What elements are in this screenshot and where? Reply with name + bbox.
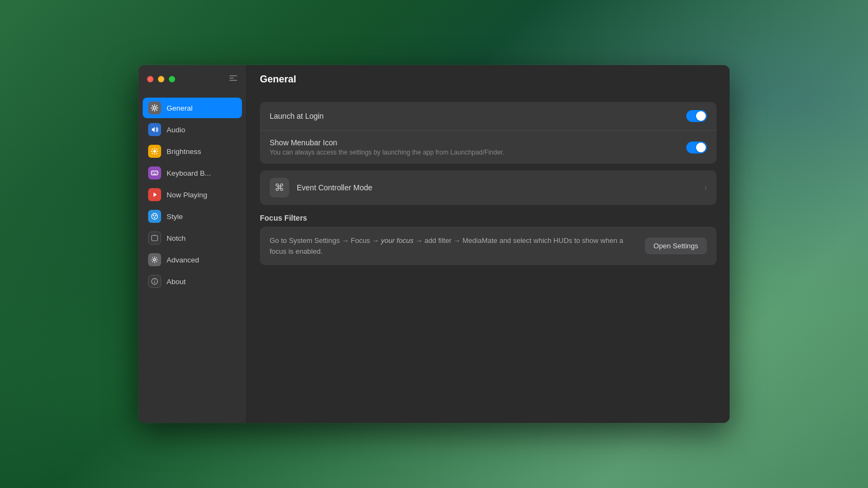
keyboard-icon [148, 166, 161, 179]
svg-point-12 [155, 215, 156, 216]
minimize-button[interactable] [158, 76, 164, 82]
traffic-lights [147, 76, 175, 82]
launch-at-login-row: Launch at Login [260, 102, 717, 130]
main-title-bar: General [247, 65, 730, 93]
sidebar-item-brightness[interactable]: Brightness [143, 141, 242, 162]
open-settings-button[interactable]: Open Settings [645, 237, 707, 254]
advanced-icon [148, 253, 161, 266]
toggle-knob [696, 143, 706, 152]
sidebar-nav: General Audio [138, 93, 246, 296]
focus-filters-title: Focus Filters [260, 211, 717, 227]
sidebar-item-keyboard[interactable]: Keyboard B... [143, 163, 242, 183]
focus-filters-text: Go to System Settings → Focus → your foc… [270, 235, 636, 256]
sidebar-item-notch[interactable]: Notch [143, 228, 242, 248]
page-title: General [260, 74, 296, 85]
event-controller-label: Event Controller Mode [297, 183, 697, 192]
focus-filters-card: Go to System Settings → Focus → your foc… [260, 227, 717, 265]
sidebar-item-nowplaying[interactable]: Now Playing [143, 184, 242, 205]
launch-at-login-label: Launch at Login [270, 112, 678, 120]
chevron-right-icon: › [704, 183, 707, 192]
app-window: General Audio [138, 65, 730, 423]
style-icon [148, 210, 161, 223]
main-content: General Launch at Login [247, 65, 730, 423]
sidebar-item-label: Now Playing [167, 191, 207, 199]
svg-point-15 [154, 259, 156, 261]
sidebar-item-label: Brightness [167, 147, 201, 156]
show-menubar-label: Show Menubar Icon [270, 138, 678, 147]
svg-point-4 [154, 150, 156, 153]
about-icon [148, 275, 161, 288]
general-icon [148, 101, 161, 114]
sidebar-title-bar [138, 65, 246, 93]
svg-point-3 [154, 107, 156, 110]
event-controller-icon: ⌘ [270, 178, 289, 197]
svg-rect-2 [229, 80, 237, 81]
sidebar-item-general[interactable]: General [143, 98, 242, 118]
sidebar-item-label: General [167, 104, 193, 112]
focus-filters-section: Focus Filters Go to System Settings → Fo… [260, 211, 717, 265]
svg-rect-14 [152, 235, 158, 241]
show-menubar-sublabel: You can always access the settings by la… [270, 149, 678, 156]
show-menubar-toggle[interactable] [686, 142, 707, 153]
svg-point-11 [153, 215, 154, 216]
sidebar-item-label: Audio [167, 126, 186, 134]
basic-settings-card: Launch at Login Show Menubar Icon You ca… [260, 102, 717, 164]
toggle-knob [696, 111, 706, 121]
show-menubar-content: Show Menubar Icon You can always access … [270, 138, 678, 156]
nowplaying-icon [148, 188, 161, 201]
sidebar-item-label: Style [167, 213, 183, 221]
maximize-button[interactable] [169, 76, 175, 82]
sidebar-item-label: About [167, 278, 186, 286]
notch-icon [148, 232, 161, 245]
audio-icon [148, 123, 161, 136]
svg-rect-6 [152, 172, 154, 174]
svg-rect-18 [154, 281, 155, 284]
svg-rect-0 [229, 75, 237, 76]
svg-rect-7 [154, 172, 155, 174]
svg-point-17 [154, 280, 155, 281]
launch-at-login-content: Launch at Login [270, 112, 678, 120]
sidebar-item-style[interactable]: Style [143, 206, 242, 227]
sidebar-item-about[interactable]: About [143, 271, 242, 292]
brightness-icon [148, 145, 161, 158]
svg-rect-9 [154, 174, 156, 175]
close-button[interactable] [147, 76, 154, 82]
sidebar-item-advanced[interactable]: Advanced [143, 249, 242, 270]
show-menubar-control [686, 142, 707, 153]
sidebar-item-label: Notch [167, 234, 186, 242]
event-controller-row[interactable]: ⌘ Event Controller Mode › [260, 170, 717, 205]
svg-rect-1 [229, 78, 234, 79]
svg-point-13 [154, 217, 155, 218]
svg-rect-8 [156, 172, 157, 174]
svg-point-10 [152, 214, 158, 220]
main-body: Launch at Login Show Menubar Icon You ca… [247, 93, 730, 423]
event-controller-card[interactable]: ⌘ Event Controller Mode › [260, 170, 717, 205]
sidebar-item-audio[interactable]: Audio [143, 119, 242, 140]
sidebar-item-label: Advanced [167, 256, 199, 264]
launch-at-login-toggle[interactable] [686, 110, 707, 122]
sidebar-item-label: Keyboard B... [167, 169, 211, 177]
launch-at-login-control [686, 110, 707, 122]
show-menubar-row: Show Menubar Icon You can always access … [260, 130, 717, 164]
sidebar: General Audio [138, 65, 247, 423]
sidebar-toggle-button[interactable] [229, 74, 238, 85]
